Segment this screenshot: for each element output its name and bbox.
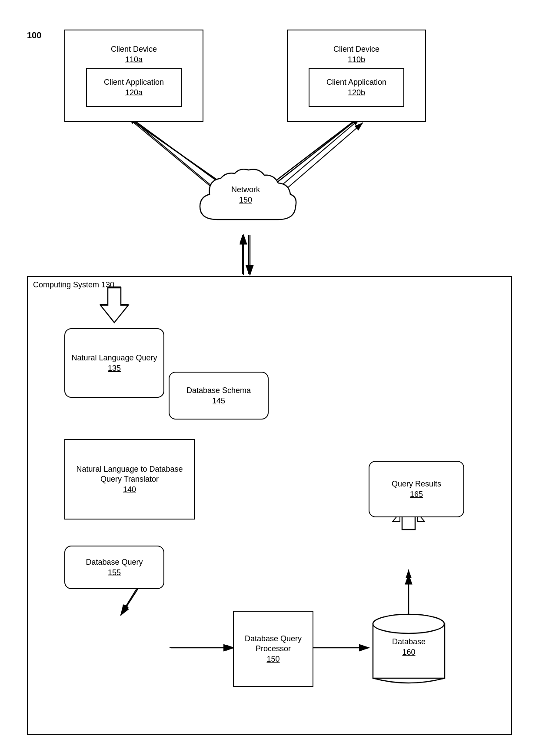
- translator-title: Natural Language to Database Query Trans…: [69, 464, 190, 485]
- computing-system-id: 130: [101, 280, 114, 289]
- client-device-a-title: Client Device: [111, 44, 157, 54]
- computing-system-label-text: Computing System: [33, 280, 99, 289]
- network-title: Network: [191, 185, 300, 195]
- nl-query-box: Natural Language Query 135: [64, 328, 164, 398]
- database-cylinder: Database 160: [369, 611, 449, 687]
- network-cloud: Network 150: [191, 167, 300, 237]
- translator-box: Natural Language to Database Query Trans…: [64, 439, 195, 520]
- db-query-id: 155: [108, 568, 121, 577]
- client-device-b-id: 110b: [348, 55, 365, 64]
- ref-100-text: 100: [27, 30, 41, 40]
- nl-query-id: 135: [108, 364, 121, 373]
- network-id: 150: [191, 196, 300, 205]
- client-app-b-box: Client Application 120b: [309, 68, 404, 107]
- db-schema-box: Database Schema 145: [169, 372, 269, 420]
- diagram: 100 Client Device 110a Client Applicatio…: [0, 0, 539, 756]
- db-query-title: Database Query: [86, 557, 143, 567]
- translator-id: 140: [123, 485, 136, 494]
- client-device-a-box: Client Device 110a Client Application 12…: [64, 30, 203, 122]
- client-app-b-title: Client Application: [326, 77, 386, 87]
- db-query-box: Database Query 155: [64, 546, 164, 589]
- db-schema-title: Database Schema: [186, 386, 251, 396]
- query-processor-id: 150: [266, 655, 279, 664]
- computing-system-label: Computing System 130: [33, 280, 114, 290]
- database-title: Database: [369, 637, 449, 647]
- nl-query-title: Natural Language Query: [71, 353, 157, 363]
- client-device-a-id: 110a: [125, 55, 143, 64]
- client-device-b-title: Client Device: [333, 44, 379, 54]
- query-processor-box: Database Query Processor 150: [233, 611, 313, 687]
- client-app-a-box: Client Application 120a: [86, 68, 182, 107]
- database-id: 160: [369, 648, 449, 657]
- db-schema-id: 145: [212, 396, 225, 406]
- ref-100-label: 100: [27, 30, 41, 40]
- query-results-box: Query Results 165: [369, 461, 464, 517]
- client-device-b-box: Client Device 110b Client Application 12…: [287, 30, 426, 122]
- query-results-title: Query Results: [392, 479, 441, 489]
- svg-point-34: [373, 614, 444, 633]
- query-results-id: 165: [410, 490, 423, 499]
- client-app-b-id: 120b: [348, 88, 365, 97]
- client-app-a-title: Client Application: [104, 77, 164, 87]
- query-processor-title: Database Query Processor: [237, 634, 309, 654]
- client-app-a-id: 120a: [125, 88, 143, 97]
